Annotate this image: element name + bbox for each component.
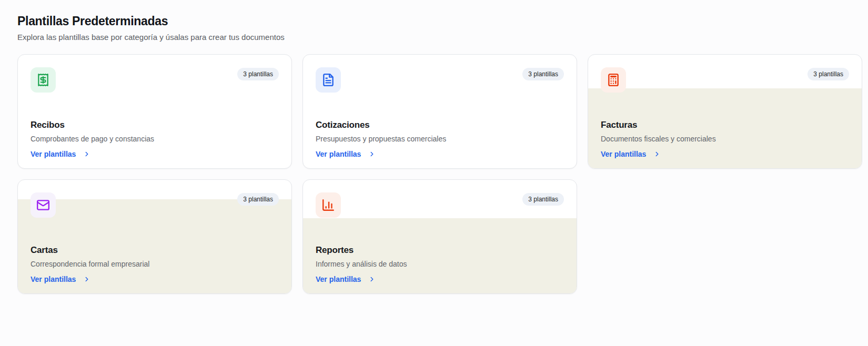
category-card-facturas[interactable]: 3 plantillas Facturas Documentos fiscale…	[588, 54, 862, 169]
view-templates-label: Ver plantillas	[31, 150, 76, 158]
templates-page: Plantillas Predeterminadas Explora las p…	[0, 0, 868, 294]
template-count-badge: 3 plantillas	[808, 68, 849, 80]
view-templates-label: Ver plantillas	[31, 275, 76, 283]
card-description: Documentos fiscales y comerciales	[601, 134, 849, 144]
card-title: Recibos	[31, 120, 279, 130]
card-title: Facturas	[601, 120, 849, 130]
view-templates-label: Ver plantillas	[316, 150, 361, 158]
card-title: Reportes	[316, 245, 564, 256]
file-text-icon	[316, 67, 341, 93]
chevron-right-icon	[368, 276, 376, 283]
chevron-right-icon	[83, 150, 90, 158]
receipt-icon	[31, 67, 56, 93]
page-title: Plantillas Predeterminadas	[17, 14, 868, 29]
bar-chart-icon	[316, 192, 341, 218]
view-templates-link[interactable]: Ver plantillas	[601, 150, 661, 158]
template-count-badge: 3 plantillas	[522, 68, 564, 80]
view-templates-label: Ver plantillas	[316, 275, 361, 283]
card-description: Comprobantes de pago y constancias	[31, 134, 279, 144]
card-description: Correspondencia formal empresarial	[31, 259, 279, 269]
view-templates-link[interactable]: Ver plantillas	[316, 275, 376, 283]
card-title: Cotizaciones	[316, 120, 564, 130]
view-templates-link[interactable]: Ver plantillas	[316, 150, 376, 158]
chevron-right-icon	[83, 276, 90, 283]
card-title: Cartas	[31, 245, 279, 256]
view-templates-link[interactable]: Ver plantillas	[31, 275, 90, 283]
view-templates-label: Ver plantillas	[601, 150, 646, 158]
template-category-grid: 3 plantillas Recibos Comprobantes de pag…	[17, 54, 868, 294]
card-description: Presupuestos y propuestas comerciales	[316, 134, 564, 144]
chevron-right-icon	[653, 150, 661, 158]
mail-icon	[31, 192, 56, 218]
card-description: Informes y análisis de datos	[316, 259, 564, 269]
template-count-badge: 3 plantillas	[237, 193, 279, 206]
category-card-reportes[interactable]: 3 plantillas Reportes Informes y análisi…	[302, 179, 577, 294]
category-card-recibos[interactable]: 3 plantillas Recibos Comprobantes de pag…	[17, 54, 292, 169]
category-card-cotizaciones[interactable]: 3 plantillas Cotizaciones Presupuestos y…	[302, 54, 577, 169]
template-count-badge: 3 plantillas	[237, 68, 279, 80]
calculator-icon	[601, 67, 626, 93]
page-subtitle: Explora las plantillas base por categorí…	[17, 32, 868, 43]
view-templates-link[interactable]: Ver plantillas	[31, 150, 90, 158]
chevron-right-icon	[368, 150, 376, 158]
template-count-badge: 3 plantillas	[522, 193, 564, 206]
category-card-cartas[interactable]: 3 plantillas Cartas Correspondencia form…	[17, 179, 292, 294]
